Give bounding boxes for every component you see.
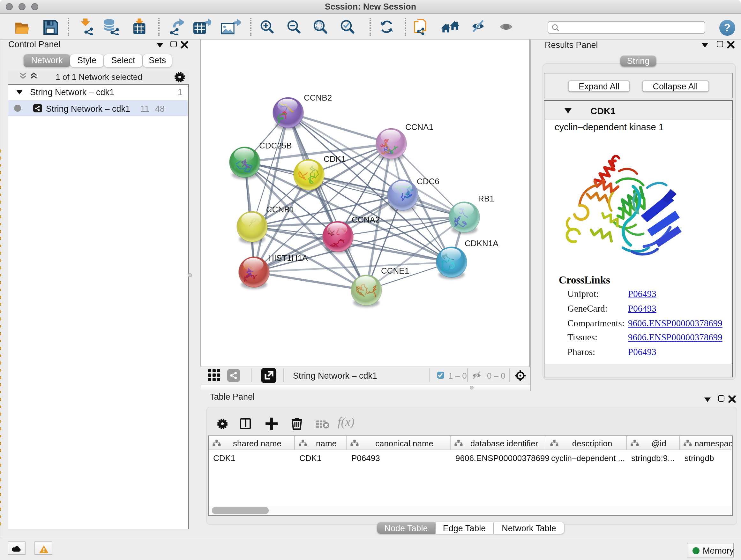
svg-text:CDKN1A: CDKN1A: [465, 238, 498, 248]
svg-text:CCNB1: CCNB1: [266, 204, 294, 214]
svg-text:CCNA1: CCNA1: [405, 122, 433, 132]
svg-text:RB1: RB1: [478, 193, 494, 203]
svg-text:CCNE1: CCNE1: [381, 266, 409, 275]
svg-text:CDC6: CDC6: [417, 176, 440, 186]
svg-text:CDC25B: CDC25B: [259, 140, 292, 150]
svg-text:CCNB2: CCNB2: [304, 92, 332, 102]
svg-text:CCNA2: CCNA2: [352, 214, 380, 224]
svg-text:HIST1H1A: HIST1H1A: [268, 253, 308, 262]
svg-text:CDK1: CDK1: [324, 154, 346, 164]
